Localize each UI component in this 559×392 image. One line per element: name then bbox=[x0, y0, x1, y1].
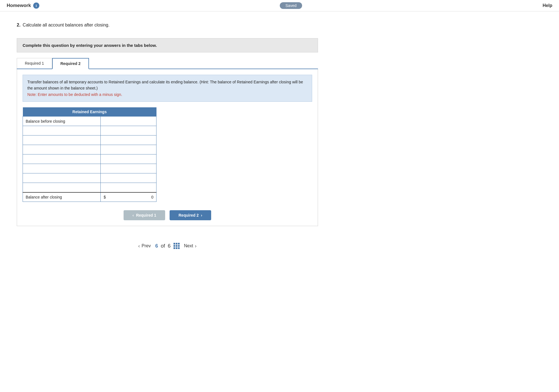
table-row bbox=[23, 126, 156, 135]
balance-after-row: Balance after closing $ 0 bbox=[23, 192, 156, 202]
row3-value-cell bbox=[101, 145, 156, 154]
help-link[interactable]: Help bbox=[543, 3, 552, 8]
table-row bbox=[23, 173, 156, 183]
balance-after-amount: 0 bbox=[107, 195, 153, 199]
chevron-left-icon: ‹ bbox=[132, 213, 134, 217]
of-text: of bbox=[161, 243, 165, 249]
tab-required-2[interactable]: Required 2 bbox=[52, 58, 89, 69]
next-page-button[interactable]: Next › bbox=[184, 243, 197, 249]
header-left: Homework i bbox=[7, 3, 39, 9]
row3-label-input[interactable] bbox=[26, 147, 98, 152]
row7-value-input[interactable] bbox=[103, 185, 153, 190]
row2-label-input[interactable] bbox=[26, 138, 98, 142]
pagination-info: 6 of 6 bbox=[155, 243, 179, 249]
info-icon[interactable]: i bbox=[33, 3, 39, 9]
grid-icon[interactable] bbox=[174, 243, 180, 249]
total-pages: 6 bbox=[168, 243, 171, 249]
question-number: 2. bbox=[17, 23, 20, 28]
nav-buttons: ‹ Required 1 Required 2 › bbox=[23, 210, 312, 220]
row5-label bbox=[23, 164, 101, 173]
table-row bbox=[23, 145, 156, 154]
table-header: Retained Earnings bbox=[23, 107, 156, 117]
balance-before-input[interactable] bbox=[103, 119, 153, 124]
tab-content: Transfer balances of all temporary accou… bbox=[17, 69, 318, 226]
next-required-button[interactable]: Required 2 › bbox=[170, 210, 211, 220]
instruction-main: Transfer balances of all temporary accou… bbox=[27, 80, 303, 90]
row7-value-cell bbox=[101, 183, 156, 192]
row4-label-input[interactable] bbox=[26, 157, 98, 161]
row6-label bbox=[23, 173, 101, 183]
row6-value-cell bbox=[101, 173, 156, 183]
prev-required-button[interactable]: ‹ Required 1 bbox=[124, 210, 165, 220]
main-content: 2. Calculate all account balances after … bbox=[0, 11, 335, 266]
prev-button-label: Required 1 bbox=[136, 213, 156, 217]
next-req-button-label: Required 2 bbox=[179, 213, 199, 217]
saved-status: Saved bbox=[280, 2, 302, 9]
prev-page-label: Prev bbox=[142, 243, 151, 248]
table-row bbox=[23, 164, 156, 173]
row6-value-input[interactable] bbox=[103, 176, 153, 180]
prev-page-button[interactable]: ‹ Prev bbox=[138, 243, 151, 249]
app-name: Homework bbox=[7, 3, 31, 8]
balance-after-label: Balance after closing bbox=[23, 192, 101, 202]
complete-box-text: Complete this question by entering your … bbox=[23, 43, 157, 48]
table-row: Balance before closing bbox=[23, 117, 156, 126]
prev-chevron-icon: ‹ bbox=[138, 243, 140, 249]
dollar-sign: $ bbox=[103, 195, 106, 199]
table-row bbox=[23, 154, 156, 164]
row5-value-cell bbox=[101, 164, 156, 173]
row5-value-input[interactable] bbox=[103, 166, 153, 171]
question-text: Calculate all account balances after clo… bbox=[23, 23, 109, 28]
row6-label-input[interactable] bbox=[26, 176, 98, 180]
row4-value-cell bbox=[101, 154, 156, 164]
row2-value-cell bbox=[101, 135, 156, 145]
row3-value-input[interactable] bbox=[103, 147, 153, 152]
row4-value-input[interactable] bbox=[103, 157, 153, 161]
row1-label-input[interactable] bbox=[26, 129, 98, 133]
header-bar: Homework i Saved Help bbox=[0, 0, 559, 11]
table-row bbox=[23, 135, 156, 145]
row1-value-cell bbox=[101, 126, 156, 135]
instruction-box: Transfer balances of all temporary accou… bbox=[23, 75, 312, 102]
next-page-label: Next bbox=[184, 243, 193, 248]
chevron-right-icon: › bbox=[201, 213, 202, 217]
table-row bbox=[23, 183, 156, 192]
row3-label bbox=[23, 145, 101, 154]
pagination: ‹ Prev 6 of 6 Next › bbox=[17, 243, 318, 260]
row1-label bbox=[23, 126, 101, 135]
row4-label bbox=[23, 154, 101, 164]
next-chevron-icon: › bbox=[195, 243, 196, 249]
row7-label-input[interactable] bbox=[26, 185, 98, 190]
instruction-note: Note: Enter amounts to be deducted with … bbox=[27, 92, 122, 97]
current-page: 6 bbox=[155, 243, 158, 249]
balance-before-label: Balance before closing bbox=[23, 117, 101, 126]
balance-before-input-cell bbox=[101, 117, 156, 126]
complete-box: Complete this question by entering your … bbox=[17, 38, 318, 52]
row5-label-input[interactable] bbox=[26, 166, 98, 171]
row1-value-input[interactable] bbox=[103, 129, 153, 133]
tabs-container: Required 1 Required 2 bbox=[17, 58, 318, 69]
tab-required-1[interactable]: Required 1 bbox=[17, 58, 52, 69]
retained-earnings-table: Retained Earnings Balance before closing bbox=[23, 107, 156, 202]
row2-label bbox=[23, 135, 101, 145]
row2-value-input[interactable] bbox=[103, 138, 153, 142]
row7-label bbox=[23, 183, 101, 192]
balance-after-value-cell: $ 0 bbox=[101, 192, 156, 202]
